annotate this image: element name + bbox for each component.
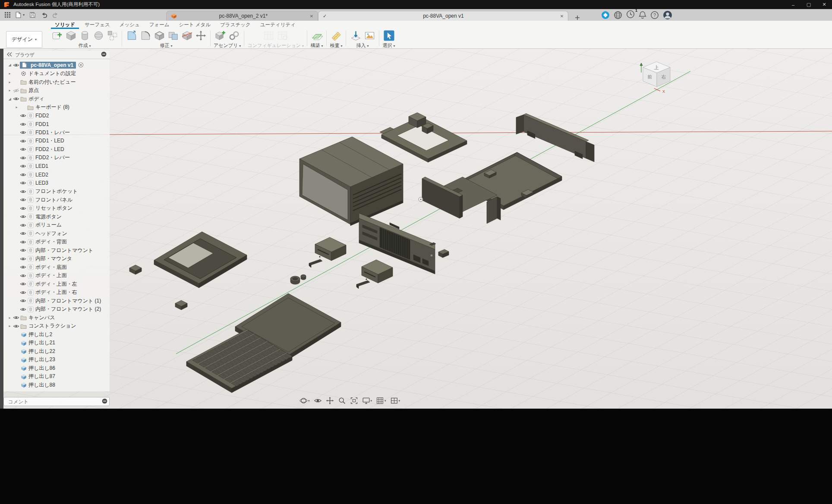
minimize-button[interactable]: – — [785, 0, 801, 9]
root-selection[interactable]: pc-88VA_open v1 — [20, 62, 76, 69]
eye-icon[interactable] — [19, 239, 27, 245]
ribbon-group-label[interactable]: アセンブリ ▾ — [214, 42, 241, 49]
nav-orbit-icon[interactable]: ▾ — [299, 396, 310, 405]
tool-new-component[interactable] — [214, 29, 227, 42]
app-grid-icon[interactable] — [4, 12, 11, 18]
nav-display-settings-icon[interactable]: ▾ — [362, 396, 373, 405]
close-tab-icon[interactable]: ✕ — [310, 14, 313, 19]
tool-joint[interactable] — [228, 29, 241, 42]
eye-icon[interactable] — [19, 231, 27, 236]
browser-item-led3[interactable]: LED3 — [3, 179, 110, 188]
part-keyboard[interactable] — [186, 329, 292, 393]
eye-icon[interactable] — [19, 214, 27, 219]
part-bottom-tray[interactable] — [459, 152, 562, 210]
tool-create-box[interactable] — [64, 29, 77, 42]
ribbon-tab-1[interactable]: サーフェス — [81, 21, 114, 29]
browser-item-fdd1-lever[interactable]: FDD1・レバー — [3, 129, 110, 137]
browser-item-fdd2-led[interactable]: FDD2・LED — [3, 145, 110, 154]
file-menu-icon[interactable] — [16, 12, 21, 18]
expand-arrow-icon[interactable]: ◢ — [7, 97, 13, 101]
eye-icon[interactable] — [19, 197, 27, 202]
browser-item-inner-mounter[interactable]: 内部・マウンタ — [3, 255, 110, 263]
eye-icon[interactable] — [13, 63, 20, 68]
nav-pan-icon[interactable] — [325, 396, 334, 405]
part-fdd1-lever[interactable] — [309, 259, 322, 268]
part-chip-2[interactable] — [175, 300, 187, 310]
redo-icon[interactable] — [52, 12, 59, 18]
tool-select[interactable] — [382, 29, 395, 42]
tool-configuration-table[interactable] — [262, 29, 275, 42]
browser-item-front-panel[interactable]: フロントパネル — [3, 196, 110, 205]
document-tab-inactive[interactable]: pc-88VA_open_2 v1* ✕ — [166, 11, 318, 21]
browser-item-bodies[interactable]: ◢ボディ — [3, 95, 110, 104]
ribbon-group-label[interactable]: 作成 ▾ — [78, 42, 91, 49]
tool-insert-derive[interactable] — [349, 29, 362, 42]
tool-insert-canvas[interactable] — [363, 29, 376, 42]
browser-item-inner-front-mount-1[interactable]: 内部・フロントマウント (1) — [3, 297, 110, 306]
browser-item-extrude-21[interactable]: 押し出し21 — [3, 339, 110, 347]
activate-component-radio[interactable] — [78, 62, 84, 68]
eye-icon[interactable] — [19, 281, 27, 287]
eye-icon[interactable] — [19, 223, 27, 228]
eye-icon[interactable] — [19, 147, 27, 152]
part-small-bracket[interactable] — [429, 243, 449, 258]
eye-icon[interactable] — [19, 189, 27, 194]
tool-configuration-options[interactable] — [276, 29, 289, 42]
expand-arrow-icon[interactable]: ◢ — [7, 63, 13, 67]
eye-icon[interactable] — [13, 88, 20, 93]
ribbon-group-label[interactable]: 挿入 ▾ — [356, 42, 369, 49]
browser-item-body-back[interactable]: ボディ・背面 — [3, 238, 110, 246]
browser-item-canvases[interactable]: ▸キャンバス — [3, 314, 110, 322]
browser-item-reset-button[interactable]: リセットボタン — [3, 204, 110, 213]
nav-zoom-icon[interactable] — [337, 396, 347, 405]
tool-press-pull[interactable] — [125, 29, 138, 42]
ribbon-tab-3[interactable]: フォーム — [145, 21, 173, 29]
part-fdd2[interactable] — [362, 260, 393, 283]
ribbon-tab-2[interactable]: メッシュ — [116, 21, 144, 29]
part-internal-mount-bracket[interactable] — [380, 113, 467, 162]
browser-item-body-top[interactable]: ボディ・上面 — [3, 271, 110, 280]
browser-item-body-bottom[interactable]: ボディ・底面 — [3, 263, 110, 272]
workspace-selector[interactable]: デザイン ▾ — [6, 31, 42, 48]
eye-icon[interactable] — [19, 298, 27, 303]
tool-create-sphere[interactable] — [92, 29, 105, 42]
browser-item-origin[interactable]: ▸原点 — [3, 86, 110, 95]
eye-icon[interactable] — [19, 290, 27, 295]
part-chip-1[interactable] — [129, 265, 142, 274]
comment-options-icon[interactable] — [102, 398, 107, 406]
browser-item-extrude-23[interactable]: 押し出し23 — [3, 356, 110, 364]
browser-options-icon[interactable] — [101, 51, 107, 59]
eye-icon[interactable] — [19, 172, 27, 177]
expand-arrow-icon[interactable]: ▸ — [7, 80, 13, 84]
browser-item-extrude-86[interactable]: 押し出し86 — [3, 364, 110, 373]
tool-shell[interactable] — [153, 29, 166, 42]
online-status-icon[interactable] — [614, 11, 622, 19]
eye-icon[interactable] — [19, 139, 27, 144]
browser-item-front-pocket[interactable]: フロントポケット — [3, 187, 110, 196]
part-volume-knob[interactable] — [290, 276, 300, 284]
browser-item-extrude-87[interactable]: 押し出し87 — [3, 372, 110, 381]
close-tab-icon[interactable]: ✕ — [560, 14, 564, 19]
browser-item-headphone[interactable]: ヘッドフォン — [3, 230, 110, 238]
part-fdd2-lever[interactable] — [356, 280, 370, 289]
browser-item-led1[interactable]: LED1 — [3, 162, 110, 171]
part-front-panel[interactable] — [359, 213, 435, 274]
browser-item-power-button[interactable]: 電源ボタン — [3, 213, 110, 221]
eye-icon[interactable] — [19, 155, 27, 161]
extensions-icon[interactable] — [601, 11, 610, 19]
nav-fit-icon[interactable] — [350, 396, 359, 405]
help-icon[interactable]: ? — [650, 11, 659, 19]
job-status-icon[interactable]: 1 — [626, 10, 635, 20]
file-menu-caret-icon[interactable]: ▾ — [23, 13, 25, 17]
browser-root-row[interactable]: ◢ pc-88VA_open v1 — [3, 60, 110, 69]
eye-icon[interactable] — [19, 265, 27, 270]
browser-item-fdd2[interactable]: FDD2 — [3, 112, 110, 120]
notifications-bell-icon[interactable] — [639, 11, 646, 19]
part-fdd1[interactable] — [315, 237, 346, 261]
tool-measure[interactable] — [330, 29, 343, 42]
tool-split-body[interactable] — [180, 29, 193, 42]
expand-arrow-icon[interactable]: ▸ — [7, 88, 13, 92]
browser-item-fdd1-led[interactable]: FDD1・LED — [3, 137, 110, 145]
ribbon-group-label[interactable]: 選択 ▾ — [382, 42, 395, 49]
tool-construction-plane[interactable] — [310, 29, 323, 42]
